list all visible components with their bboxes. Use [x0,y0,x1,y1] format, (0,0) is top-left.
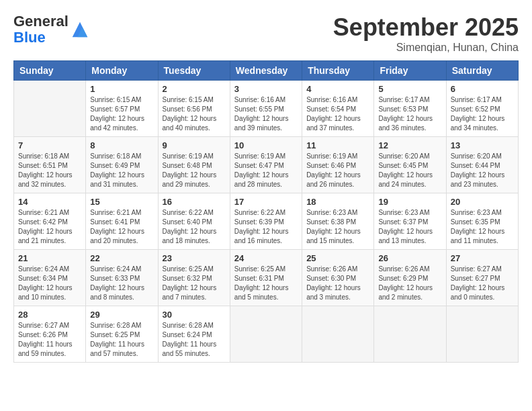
day-number: 18 [306,197,369,207]
weekday-header: Tuesday [158,61,230,81]
day-number: 12 [378,140,441,150]
calendar-cell: 30Sunrise: 6:28 AM Sunset: 6:24 PM Dayli… [158,306,230,363]
day-number: 17 [234,197,298,207]
day-info: Sunrise: 6:24 AM Sunset: 6:33 PM Dayligh… [90,265,153,302]
calendar-cell: 19Sunrise: 6:23 AM Sunset: 6:37 PM Dayli… [374,193,446,250]
day-number: 27 [451,253,514,263]
day-info: Sunrise: 6:22 AM Sunset: 6:39 PM Dayligh… [234,208,298,246]
day-number: 14 [18,197,81,207]
calendar-cell: 14Sunrise: 6:21 AM Sunset: 6:42 PM Dayli… [14,193,86,250]
day-number: 5 [378,84,441,94]
calendar-cell: 18Sunrise: 6:23 AM Sunset: 6:38 PM Dayli… [302,193,374,250]
day-info: Sunrise: 6:20 AM Sunset: 6:44 PM Dayligh… [451,152,514,189]
day-info: Sunrise: 6:28 AM Sunset: 6:25 PM Dayligh… [90,321,153,359]
calendar-cell: 12Sunrise: 6:20 AM Sunset: 6:45 PM Dayli… [374,137,446,193]
day-info: Sunrise: 6:25 AM Sunset: 6:32 PM Dayligh… [163,265,226,302]
calendar-cell: 15Sunrise: 6:21 AM Sunset: 6:41 PM Dayli… [86,193,158,250]
day-info: Sunrise: 6:24 AM Sunset: 6:34 PM Dayligh… [18,265,81,302]
calendar-cell [14,81,86,137]
calendar-cell: 29Sunrise: 6:28 AM Sunset: 6:25 PM Dayli… [86,306,158,363]
weekday-header: Monday [86,61,158,81]
weekday-header: Sunday [14,61,86,81]
calendar-cell: 24Sunrise: 6:25 AM Sunset: 6:31 PM Dayli… [230,250,302,306]
calendar-cell: 13Sunrise: 6:20 AM Sunset: 6:44 PM Dayli… [446,137,518,193]
calendar-cell: 21Sunrise: 6:24 AM Sunset: 6:34 PM Dayli… [14,250,86,306]
day-info: Sunrise: 6:16 AM Sunset: 6:54 PM Dayligh… [306,95,369,133]
day-number: 28 [18,310,81,320]
day-number: 13 [451,140,514,150]
day-info: Sunrise: 6:19 AM Sunset: 6:47 PM Dayligh… [234,152,298,189]
day-info: Sunrise: 6:17 AM Sunset: 6:53 PM Dayligh… [378,95,441,133]
weekday-header: Thursday [302,61,374,81]
day-info: Sunrise: 6:25 AM Sunset: 6:31 PM Dayligh… [234,265,298,302]
day-number: 24 [234,253,298,263]
logo-blue: Blue [13,30,46,46]
day-info: Sunrise: 6:23 AM Sunset: 6:35 PM Dayligh… [451,208,514,246]
calendar-cell: 5Sunrise: 6:17 AM Sunset: 6:53 PM Daylig… [374,81,446,137]
calendar-week-row: 7Sunrise: 6:18 AM Sunset: 6:51 PM Daylig… [14,137,519,193]
calendar-cell: 17Sunrise: 6:22 AM Sunset: 6:39 PM Dayli… [230,193,302,250]
calendar-cell: 1Sunrise: 6:15 AM Sunset: 6:57 PM Daylig… [86,81,158,137]
day-number: 21 [18,253,81,263]
calendar-cell: 27Sunrise: 6:27 AM Sunset: 6:27 PM Dayli… [446,250,518,306]
calendar-week-row: 21Sunrise: 6:24 AM Sunset: 6:34 PM Dayli… [14,250,519,306]
day-info: Sunrise: 6:26 AM Sunset: 6:30 PM Dayligh… [306,265,369,302]
day-number: 4 [306,84,369,94]
day-number: 29 [90,310,153,320]
weekday-header: Wednesday [230,61,302,81]
calendar-cell [302,306,374,363]
day-number: 11 [306,140,369,150]
day-info: Sunrise: 6:22 AM Sunset: 6:40 PM Dayligh… [163,208,226,246]
day-number: 25 [306,253,369,263]
location-subtitle: Simenqian, Hunan, China [333,42,519,54]
day-info: Sunrise: 6:19 AM Sunset: 6:46 PM Dayligh… [306,152,369,189]
day-info: Sunrise: 6:27 AM Sunset: 6:27 PM Dayligh… [451,265,514,302]
calendar-cell [374,306,446,363]
day-number: 10 [234,140,298,150]
day-info: Sunrise: 6:28 AM Sunset: 6:24 PM Dayligh… [163,321,226,359]
calendar-cell: 2Sunrise: 6:15 AM Sunset: 6:56 PM Daylig… [158,81,230,137]
day-number: 7 [18,140,81,150]
logo: General Blue [13,13,90,46]
month-title: September 2025 [333,13,519,42]
day-number: 9 [163,140,226,150]
day-info: Sunrise: 6:27 AM Sunset: 6:26 PM Dayligh… [18,321,81,359]
calendar-cell: 10Sunrise: 6:19 AM Sunset: 6:47 PM Dayli… [230,137,302,193]
calendar-cell [230,306,302,363]
day-number: 6 [451,84,514,94]
calendar-cell: 11Sunrise: 6:19 AM Sunset: 6:46 PM Dayli… [302,137,374,193]
day-info: Sunrise: 6:17 AM Sunset: 6:52 PM Dayligh… [451,95,514,133]
calendar-week-row: 1Sunrise: 6:15 AM Sunset: 6:57 PM Daylig… [14,81,519,137]
logo-general: General [13,13,69,30]
calendar-cell: 28Sunrise: 6:27 AM Sunset: 6:26 PM Dayli… [14,306,86,363]
day-info: Sunrise: 6:18 AM Sunset: 6:49 PM Dayligh… [90,152,153,189]
calendar-cell [446,306,518,363]
day-number: 23 [163,253,226,263]
day-number: 22 [90,253,153,263]
day-info: Sunrise: 6:20 AM Sunset: 6:45 PM Dayligh… [378,152,441,189]
weekday-header: Friday [374,61,446,81]
day-number: 1 [90,84,153,94]
calendar-cell: 9Sunrise: 6:19 AM Sunset: 6:48 PM Daylig… [158,137,230,193]
day-number: 30 [163,310,226,320]
calendar-cell: 6Sunrise: 6:17 AM Sunset: 6:52 PM Daylig… [446,81,518,137]
calendar-cell: 4Sunrise: 6:16 AM Sunset: 6:54 PM Daylig… [302,81,374,137]
day-info: Sunrise: 6:19 AM Sunset: 6:48 PM Dayligh… [163,152,226,189]
day-info: Sunrise: 6:16 AM Sunset: 6:55 PM Dayligh… [234,95,298,133]
calendar-cell: 26Sunrise: 6:26 AM Sunset: 6:29 PM Dayli… [374,250,446,306]
calendar-cell: 7Sunrise: 6:18 AM Sunset: 6:51 PM Daylig… [14,137,86,193]
day-number: 2 [163,84,226,94]
calendar-cell: 3Sunrise: 6:16 AM Sunset: 6:55 PM Daylig… [230,81,302,137]
calendar-cell: 23Sunrise: 6:25 AM Sunset: 6:32 PM Dayli… [158,250,230,306]
weekday-header-row: SundayMondayTuesdayWednesdayThursdayFrid… [14,61,519,81]
day-info: Sunrise: 6:26 AM Sunset: 6:29 PM Dayligh… [378,265,441,302]
weekday-header: Saturday [446,61,518,81]
day-number: 3 [234,84,298,94]
day-number: 19 [378,197,441,207]
day-number: 8 [90,140,153,150]
calendar-week-row: 14Sunrise: 6:21 AM Sunset: 6:42 PM Dayli… [14,193,519,250]
day-info: Sunrise: 6:21 AM Sunset: 6:41 PM Dayligh… [90,208,153,246]
day-info: Sunrise: 6:23 AM Sunset: 6:38 PM Dayligh… [306,208,369,246]
day-info: Sunrise: 6:15 AM Sunset: 6:56 PM Dayligh… [163,95,226,133]
calendar-cell: 20Sunrise: 6:23 AM Sunset: 6:35 PM Dayli… [446,193,518,250]
